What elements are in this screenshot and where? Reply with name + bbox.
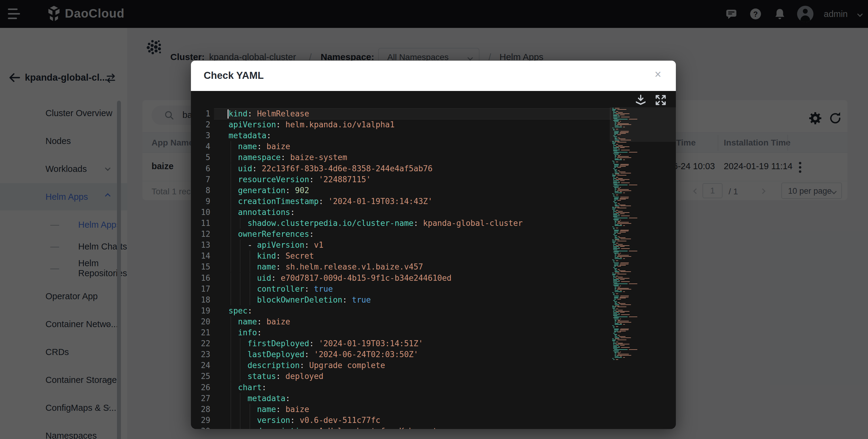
minimap-line (612, 243, 675, 244)
indent-guide (250, 251, 250, 261)
line-number: 5 (191, 152, 210, 163)
minimap-line (612, 277, 675, 278)
indent-guide (230, 349, 231, 360)
minimap-line (612, 268, 675, 269)
minimap-line (612, 198, 675, 199)
minimap-line (612, 317, 675, 317)
line-number: 26 (191, 382, 210, 393)
indent-guide (230, 294, 231, 305)
indent-guide (240, 239, 240, 251)
minimap-line (612, 131, 675, 132)
indent-guide (230, 360, 231, 371)
minimap-line (612, 349, 675, 350)
minimap-line (612, 186, 675, 187)
minimap-line (612, 156, 675, 157)
line-number: 3 (191, 130, 210, 141)
minimap-line (612, 218, 675, 218)
minimap-line (612, 266, 675, 267)
indent-guide (240, 349, 240, 360)
minimap-line (612, 215, 675, 216)
minimap-line (612, 176, 675, 177)
line-number: 23 (191, 349, 210, 360)
indent-guide (240, 393, 240, 404)
minimap-line (612, 308, 675, 309)
minimap-line (612, 116, 675, 116)
text-cursor (227, 110, 228, 119)
indent-guide (250, 284, 250, 294)
download-icon[interactable] (634, 93, 647, 107)
minimap-line (612, 232, 675, 233)
minimap-line (612, 281, 675, 282)
minimap-line (612, 280, 675, 281)
minimap-line (612, 260, 675, 260)
indent-guide (240, 404, 240, 415)
minimap-line (612, 184, 675, 185)
minimap-line (612, 213, 675, 214)
minimap-line (612, 359, 675, 360)
minimap-line (612, 348, 675, 349)
code-line: metadata: (248, 393, 290, 404)
minimap-line (612, 125, 675, 126)
minimap-line (612, 334, 675, 335)
minimap-line (612, 253, 675, 254)
line-number: 8 (191, 185, 210, 196)
minimap-line (612, 225, 675, 226)
minimap-line (612, 173, 675, 174)
minimap-line (612, 170, 675, 170)
minimap-line (612, 143, 675, 144)
minimap-line (612, 182, 675, 182)
minimap-line (612, 340, 675, 341)
indent-guide (230, 261, 231, 272)
minimap-line (612, 119, 675, 120)
indent-guide (230, 382, 231, 393)
indent-guide (230, 207, 231, 218)
indent-guide (230, 196, 231, 207)
minimap-line (612, 172, 675, 173)
code-line: blockOwnerDeletion: true (257, 294, 371, 305)
indent-guide (230, 404, 231, 415)
minimap-line (612, 293, 675, 294)
minimap-line (612, 300, 675, 301)
indent-guide (230, 338, 231, 349)
fullscreen-icon[interactable] (654, 93, 668, 107)
indent-guide (240, 272, 240, 284)
minimap-line (612, 279, 675, 280)
minimap-line (612, 288, 675, 289)
minimap-line (612, 296, 675, 296)
close-icon[interactable]: × (655, 68, 661, 80)
minimap-line (612, 175, 675, 176)
code-line: namespace: baize-system (238, 152, 347, 163)
indent-guide (230, 415, 231, 426)
code-line: firstDeployed: '2024-01-19T03:14:51Z' (248, 338, 423, 349)
minimap-line (612, 108, 675, 109)
indent-guide (250, 272, 250, 284)
minimap-line (612, 315, 675, 316)
line-number: 1 (191, 108, 210, 119)
code-line: description: Upgrade complete (248, 360, 385, 371)
code-line: ownerReferences: (238, 229, 314, 239)
minimap[interactable] (612, 108, 675, 423)
minimap-line (612, 138, 675, 139)
minimap-line (612, 234, 675, 235)
minimap-line (612, 346, 675, 347)
minimap-line (612, 154, 675, 155)
minimap-line (612, 329, 675, 329)
minimap-line (612, 267, 675, 268)
line-number: 10 (191, 207, 210, 218)
code-line: shadow.clusterpedia.io/cluster-name: kpa… (248, 218, 523, 229)
minimap-line (612, 117, 675, 118)
minimap-line (612, 256, 675, 257)
minimap-line (612, 145, 675, 146)
yaml-editor[interactable]: 1kind: HelmRelease2apiVersion: helm.kpan… (191, 91, 676, 429)
line-number: 2 (191, 119, 210, 130)
minimap-line (612, 152, 675, 153)
code-line: - apiVersion: v1 (248, 239, 323, 251)
minimap-line (612, 247, 675, 248)
minimap-line (612, 188, 675, 189)
minimap-line (612, 129, 675, 130)
indent-guide (250, 294, 250, 305)
minimap-line (612, 298, 675, 299)
minimap-line (612, 157, 675, 158)
minimap-line (612, 180, 675, 181)
minimap-line (612, 179, 675, 180)
